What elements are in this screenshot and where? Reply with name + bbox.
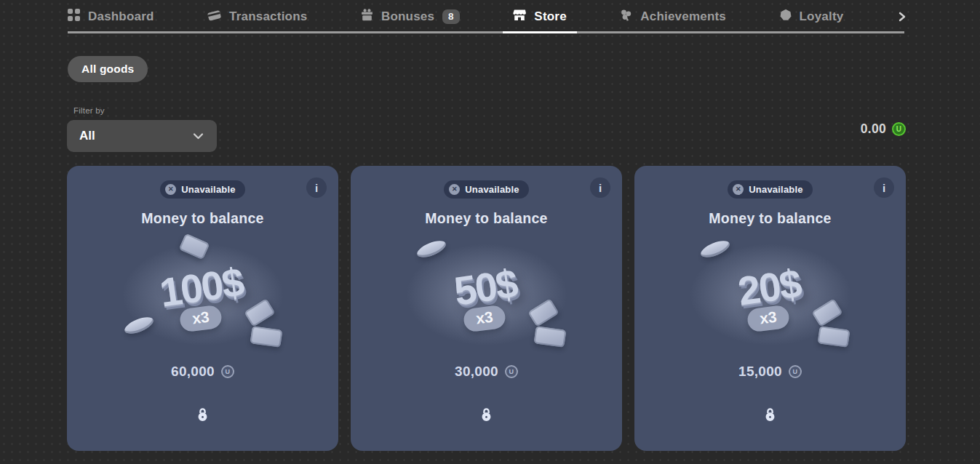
filter-row: Filter by All 0.00 U: [67, 106, 906, 152]
tab-label: Dashboard: [88, 9, 154, 24]
product-image: 50$ x3: [351, 233, 622, 356]
filter-select[interactable]: All: [67, 120, 217, 152]
status-label: Unavailable: [749, 184, 802, 195]
info-button[interactable]: i: [874, 177, 894, 198]
category-chip-all-goods[interactable]: All goods: [68, 56, 148, 82]
clover-icon: [620, 9, 632, 25]
price-value: 60,000: [171, 364, 215, 380]
dashboard-icon: [68, 9, 80, 25]
tab-dashboard[interactable]: Dashboard: [68, 0, 154, 33]
tab-store[interactable]: Store: [513, 0, 566, 33]
product-title: Money to balance: [425, 210, 547, 227]
nav-scroll-chevron-right-icon[interactable]: [897, 12, 907, 22]
tab-bonuses[interactable]: Bonuses 8: [361, 0, 460, 33]
tab-label: Loyalty: [800, 9, 844, 24]
product-card[interactable]: ✕ Unavailable i Money to balance 50$ x3 …: [351, 166, 622, 451]
unavailable-x-icon: ✕: [733, 184, 744, 195]
tab-label: Achievements: [640, 9, 726, 24]
tab-label: Store: [534, 9, 566, 24]
lock-icon: [480, 407, 493, 426]
price-row: 15,000 U: [738, 364, 802, 380]
price-row: 30,000 U: [455, 364, 518, 380]
tab-loyalty[interactable]: Loyalty: [780, 0, 844, 33]
currency-coin-icon: U: [892, 122, 906, 136]
price-row: 60,000 U: [171, 364, 234, 380]
currency-coin-icon: U: [505, 365, 518, 378]
store-page: All goods Filter by All 0.00 U ✕ Unavail…: [0, 33, 980, 451]
product-card[interactable]: ✕ Unavailable i Money to balance 20$ x3 …: [634, 166, 906, 451]
lock-icon: [764, 407, 776, 426]
status-badge: ✕ Unavailable: [728, 180, 812, 199]
product-grid: ✕ Unavailable i Money to balance 100$ x3…: [67, 166, 906, 451]
filter-label: Filter by: [73, 106, 217, 115]
status-label: Unavailable: [465, 184, 519, 195]
chevron-down-icon: [193, 129, 204, 143]
gift-icon: [361, 9, 373, 25]
status-badge: ✕ Unavailable: [444, 180, 528, 199]
currency-coin-icon: U: [789, 365, 802, 378]
balance-amount: 0.00: [861, 121, 886, 137]
store-icon: [513, 9, 526, 25]
product-title: Money to balance: [141, 210, 263, 227]
product-image: 100$ x3: [67, 233, 338, 356]
tab-achievements[interactable]: Achievements: [620, 0, 726, 33]
tab-label: Transactions: [229, 9, 307, 24]
info-button[interactable]: i: [590, 177, 610, 198]
filter-selected-value: All: [79, 129, 95, 143]
unavailable-x-icon: ✕: [449, 184, 460, 195]
product-image: 20$ x3: [634, 233, 906, 356]
info-button[interactable]: i: [306, 177, 327, 198]
filter-group: Filter by All: [67, 106, 217, 152]
bonuses-count-badge: 8: [442, 9, 460, 24]
price-value: 30,000: [455, 364, 498, 380]
transactions-icon: [207, 9, 221, 25]
tab-transactions[interactable]: Transactions: [207, 0, 307, 33]
balance-display: 0.00 U: [861, 121, 906, 137]
product-title: Money to balance: [709, 210, 831, 227]
product-card[interactable]: ✕ Unavailable i Money to balance 100$ x3…: [67, 166, 338, 451]
currency-coin-icon: U: [221, 365, 234, 378]
unavailable-x-icon: ✕: [165, 184, 176, 195]
top-navigation: Dashboard Transactions Bonuses 8: [0, 0, 980, 33]
tab-label: Bonuses: [381, 9, 434, 24]
status-badge: ✕ Unavailable: [160, 180, 244, 199]
gem-icon: [780, 9, 792, 25]
nav-divider: [68, 31, 904, 33]
price-value: 15,000: [738, 364, 782, 380]
lock-icon: [196, 407, 209, 426]
status-label: Unavailable: [181, 184, 235, 195]
